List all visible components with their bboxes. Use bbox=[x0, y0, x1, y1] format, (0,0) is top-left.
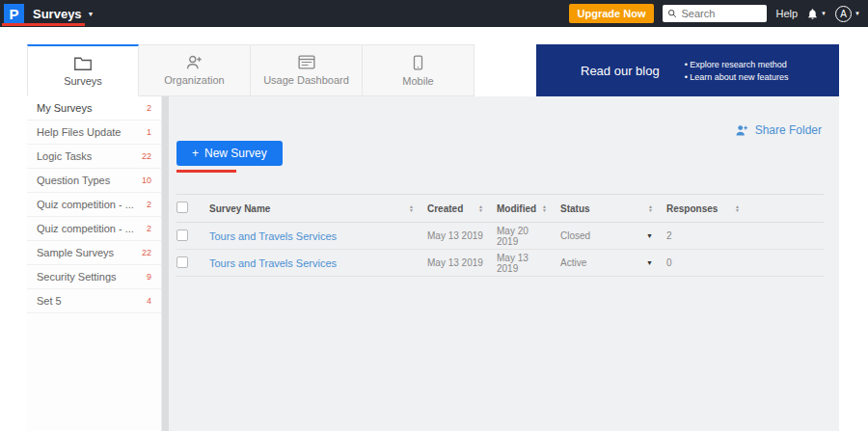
dashboard-icon bbox=[298, 55, 315, 69]
count-badge: 2 bbox=[147, 200, 151, 209]
search-box[interactable] bbox=[663, 5, 767, 22]
sort-icon[interactable]: ▲▼ bbox=[648, 204, 653, 212]
chevron-down-icon: ▼ bbox=[821, 11, 827, 16]
chevron-down-icon: ▼ bbox=[854, 11, 860, 16]
row-checkbox[interactable] bbox=[176, 229, 188, 241]
sidebar-folder-item[interactable]: Question Types 10 bbox=[27, 169, 161, 193]
avatar: A bbox=[835, 6, 852, 22]
chevron-down-icon: ▼ bbox=[646, 232, 653, 239]
sort-icon[interactable]: ▲▼ bbox=[409, 204, 414, 212]
help-link[interactable]: Help bbox=[775, 8, 798, 19]
sort-icon[interactable]: ▲▼ bbox=[478, 204, 483, 212]
sidebar-folder-item[interactable]: Security Settings 9 bbox=[27, 265, 161, 289]
nav-tabs-row: Surveys Organization Usage Dashboard Mob… bbox=[27, 44, 839, 96]
status-dropdown[interactable]: Active▼ bbox=[560, 250, 666, 277]
responses-cell: 0 bbox=[666, 250, 753, 277]
sidebar-folder-item[interactable]: Logic Tasks 22 bbox=[27, 145, 161, 169]
mobile-icon bbox=[413, 55, 423, 70]
surveys-table: Survey Name▲▼ Created▲▼ Modified▲▼ Statu… bbox=[176, 194, 824, 277]
organization-icon bbox=[186, 55, 203, 69]
tab-mobile[interactable]: Mobile bbox=[363, 44, 475, 96]
folders-sidebar: My Surveys 2 Help Files Update 1 Logic T… bbox=[27, 96, 162, 431]
search-icon bbox=[667, 9, 677, 18]
annotation-underline bbox=[176, 170, 236, 173]
count-badge: 9 bbox=[147, 272, 151, 282]
new-survey-button[interactable]: +New Survey bbox=[176, 141, 283, 166]
sidebar-folder-item[interactable]: Sample Surveys 22 bbox=[27, 241, 161, 265]
blog-bullet: Explore research method bbox=[685, 60, 789, 69]
blog-title: Read our blog bbox=[581, 64, 660, 78]
blog-panel[interactable]: Read our blog Explore research method Le… bbox=[536, 44, 839, 96]
survey-name-link[interactable]: Tours and Travels Services bbox=[209, 230, 337, 242]
table-row: Tours and Travels Services May 13 2019 M… bbox=[176, 250, 824, 277]
plus-icon: + bbox=[192, 147, 199, 160]
sidebar-folder-item[interactable]: Set 5 4 bbox=[27, 289, 161, 313]
count-badge: 2 bbox=[147, 224, 151, 233]
modified-cell: May 20 2019 bbox=[497, 223, 560, 250]
app-logo[interactable]: P bbox=[4, 4, 24, 24]
share-folder-button[interactable]: Share Folder bbox=[735, 123, 822, 137]
upgrade-now-button[interactable]: Upgrade Now bbox=[569, 4, 655, 23]
account-menu[interactable]: A ▼ bbox=[835, 6, 860, 22]
sidebar-folder-item[interactable]: Help Files Update 1 bbox=[27, 121, 161, 145]
tab-usage-dashboard[interactable]: Usage Dashboard bbox=[251, 44, 363, 96]
topbar: P Surveys ▼ Upgrade Now Help ▼ A ▼ bbox=[0, 0, 868, 27]
sidebar-folder-item[interactable]: Quiz competition - ... 2 bbox=[27, 217, 161, 241]
modified-cell: May 13 2019 bbox=[497, 250, 560, 277]
responses-cell: 2 bbox=[666, 223, 753, 250]
tab-surveys[interactable]: Surveys bbox=[27, 44, 139, 96]
created-cell: May 13 2019 bbox=[427, 223, 497, 250]
count-badge: 1 bbox=[147, 127, 151, 137]
count-badge: 22 bbox=[142, 151, 151, 161]
count-badge: 2 bbox=[147, 103, 151, 113]
sidebar-folder-item[interactable]: Quiz competition - ... 2 bbox=[27, 193, 161, 217]
chevron-down-icon: ▼ bbox=[646, 259, 653, 266]
sidebar-folder-item[interactable]: My Surveys 2 bbox=[27, 96, 161, 121]
sort-icon[interactable]: ▲▼ bbox=[735, 204, 740, 212]
sort-icon[interactable]: ▲▼ bbox=[542, 204, 547, 212]
blog-bullet: Learn about new features bbox=[685, 72, 789, 82]
folder-icon bbox=[74, 56, 92, 70]
main-area: My Surveys 2 Help Files Update 1 Logic T… bbox=[27, 96, 839, 431]
content-panel: Share Folder +New Survey Survey Name▲▼ C… bbox=[169, 96, 839, 431]
share-folder-icon bbox=[735, 124, 749, 136]
survey-name-link[interactable]: Tours and Travels Services bbox=[209, 257, 337, 269]
status-dropdown[interactable]: Closed▼ bbox=[560, 223, 666, 250]
topbar-actions: Upgrade Now Help ▼ A ▼ bbox=[569, 4, 860, 23]
created-cell: May 13 2019 bbox=[427, 250, 497, 277]
blog-bullets: Explore research method Learn about new … bbox=[685, 57, 789, 85]
count-badge: 10 bbox=[142, 175, 151, 185]
select-all-checkbox[interactable] bbox=[176, 202, 188, 213]
table-header-row: Survey Name▲▼ Created▲▼ Modified▲▼ Statu… bbox=[176, 195, 824, 223]
count-badge: 4 bbox=[147, 296, 151, 306]
tab-organization[interactable]: Organization bbox=[139, 44, 251, 96]
chevron-down-icon[interactable]: ▼ bbox=[88, 11, 95, 17]
table-row: Tours and Travels Services May 13 2019 M… bbox=[176, 223, 824, 250]
sidebar-scrollbar[interactable] bbox=[162, 96, 169, 431]
annotation-underline bbox=[2, 23, 85, 26]
count-badge: 22 bbox=[142, 248, 151, 257]
search-input[interactable] bbox=[681, 8, 758, 19]
row-checkbox[interactable] bbox=[176, 256, 188, 268]
bell-icon bbox=[806, 8, 819, 20]
notifications-button[interactable]: ▼ bbox=[806, 8, 827, 20]
app-title: Surveys bbox=[33, 7, 82, 21]
